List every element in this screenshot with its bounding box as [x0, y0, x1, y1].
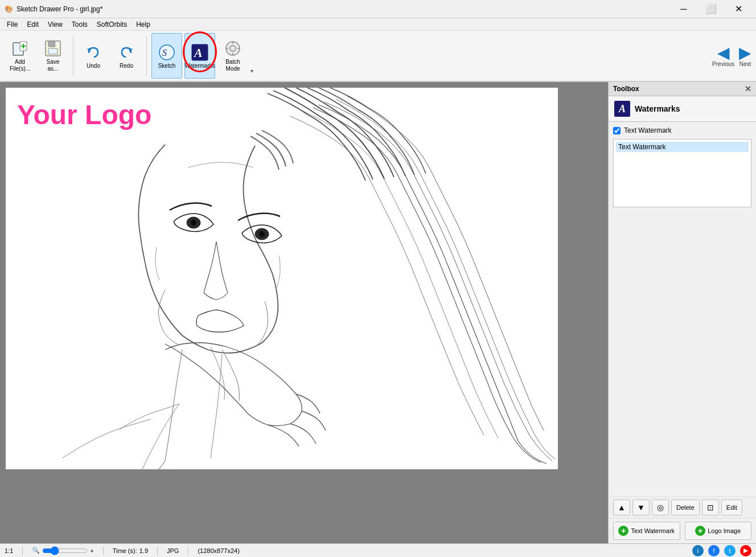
toolbox-content: Text Watermark Text Watermark [609, 122, 756, 497]
add-logo-icon: + [695, 526, 705, 536]
text-watermark-checkbox-label: Text Watermark [624, 126, 672, 134]
menu-view[interactable]: View [43, 19, 67, 30]
status-bar: 1:1 🔍 + Time (s): 1.9 JPG (1280x877x24) … [0, 543, 756, 557]
watermarks-button[interactable]: A Watermarks [184, 33, 215, 79]
menu-file[interactable]: File [2, 19, 22, 30]
add-text-watermark-button[interactable]: + Text Watermark [613, 522, 680, 540]
sketch-icon: S [158, 43, 176, 62]
zoom-out-icon[interactable]: 🔍 [32, 547, 40, 554]
app-icon: 🎨 [5, 5, 13, 13]
sketch-label: Sketch [158, 63, 176, 69]
menu-edit[interactable]: Edit [22, 19, 43, 30]
zoom-controls[interactable]: 🔍 + [32, 546, 93, 555]
svg-point-24 [259, 231, 265, 237]
dimensions-display: (1280x877x24) [198, 547, 239, 554]
svg-text:S: S [162, 48, 167, 58]
svg-rect-20 [6, 88, 558, 469]
toolbar-separator-1 [73, 36, 73, 76]
next-arrow-icon: ▶ [739, 45, 751, 61]
close-button[interactable]: ✕ [725, 0, 751, 18]
batch-mode-button[interactable]: BatchMode [217, 33, 248, 79]
svg-rect-7 [55, 42, 57, 46]
zoom-slider[interactable] [42, 546, 88, 555]
select-button[interactable]: ⊡ [702, 499, 719, 515]
time-label: Time (s): [113, 547, 137, 554]
watermarks-label: Watermarks [184, 63, 215, 69]
move-down-button[interactable]: ▼ [632, 499, 650, 515]
menu-tools[interactable]: Tools [67, 19, 92, 30]
status-sep-1 [22, 547, 23, 555]
add-files-button[interactable]: AddFile(s)... [5, 33, 35, 79]
toolbar-dropdown[interactable]: ▾ [250, 33, 253, 79]
previous-button[interactable]: ◀ Previous [712, 45, 734, 67]
sketch-button[interactable]: S Sketch [151, 33, 182, 79]
format-text: JPG [167, 547, 179, 554]
time-display: Time (s): 1.9 [113, 547, 148, 554]
facebook-button[interactable]: f [708, 545, 720, 556]
format-display: JPG [167, 547, 179, 554]
add-text-label: Text Watermark [631, 527, 675, 534]
svg-rect-5 [48, 41, 55, 47]
title-bar-left: 🎨 Sketch Drawer Pro - girl.jpg* [5, 5, 102, 13]
toolbox-section-title: Watermarks [635, 104, 680, 113]
batch-mode-icon [224, 39, 242, 58]
undo-button[interactable]: Undo [78, 33, 109, 79]
toolbar-nav: ◀ Previous ▶ Next [712, 45, 751, 67]
nav-buttons: ◀ Previous ▶ Next [712, 45, 751, 67]
undo-label: Undo [87, 63, 100, 69]
save-as-icon [44, 39, 62, 58]
add-files-label: AddFile(s)... [10, 59, 30, 72]
sketch-image [6, 88, 558, 469]
canvas-area: Your Logo [0, 82, 608, 543]
redo-label: Redo [120, 63, 133, 69]
edit-button[interactable]: Edit [721, 499, 742, 515]
previous-arrow-icon: ◀ [717, 45, 730, 61]
previous-label: Previous [712, 61, 734, 67]
batch-mode-label: BatchMode [225, 59, 240, 72]
zoom-text: 1:1 [5, 547, 13, 554]
redo-button[interactable]: Redo [111, 33, 142, 79]
move-up-button[interactable]: ▲ [613, 499, 630, 515]
menu-help[interactable]: Help [132, 19, 155, 30]
zoom-in-icon[interactable]: + [90, 547, 93, 554]
time-value: 1.9 [139, 547, 148, 554]
toolbar-separator-2 [146, 36, 147, 76]
add-logo-label: Logo Image [708, 527, 741, 534]
status-sep-3 [157, 547, 158, 555]
svg-point-22 [191, 220, 196, 226]
add-logo-image-button[interactable]: + Logo Image [685, 522, 752, 540]
zoom-level: 1:1 [5, 547, 13, 554]
info-button[interactable]: i [692, 545, 704, 556]
add-text-icon: + [618, 526, 628, 536]
menu-bar: File Edit View Tools SoftOrbits Help [0, 18, 756, 31]
toolbox-title: Toolbox [613, 85, 639, 93]
dimensions-text: (1280x877x24) [198, 547, 239, 554]
restore-button[interactable]: ⬜ [698, 0, 724, 18]
save-as-label: Saveas... [47, 59, 60, 72]
toolbox-close-button[interactable]: ✕ [745, 84, 751, 93]
toolbar: AddFile(s)... Saveas... Undo [0, 31, 756, 82]
youtube-button[interactable]: ▶ [740, 545, 751, 556]
save-as-button[interactable]: Saveas... [38, 33, 68, 79]
status-right: i f t ▶ [692, 545, 751, 556]
next-label: Next [739, 61, 751, 67]
toolbox-section-icon: A [614, 101, 630, 117]
title-bar-text: Sketch Drawer Pro - girl.jpg* [17, 5, 102, 13]
next-button[interactable]: ▶ Next [739, 45, 751, 67]
watermark-list[interactable]: Text Watermark [613, 139, 751, 207]
text-watermark-checkbox[interactable] [613, 127, 621, 134]
text-watermark-checkbox-row[interactable]: Text Watermark [613, 126, 751, 134]
add-files-icon [11, 39, 29, 58]
status-sep-4 [188, 547, 188, 555]
minimize-button[interactable]: ─ [671, 0, 697, 18]
title-bar-controls[interactable]: ─ ⬜ ✕ [671, 0, 751, 18]
toolbox-section-header: A Watermarks [609, 96, 756, 122]
title-bar: 🎨 Sketch Drawer Pro - girl.jpg* ─ ⬜ ✕ [0, 0, 756, 18]
menu-softorbits[interactable]: SoftOrbits [92, 19, 132, 30]
watermark-text: Your Logo [17, 99, 151, 130]
undo-icon [84, 43, 102, 62]
delete-button[interactable]: Delete [671, 499, 700, 515]
twitter-button[interactable]: t [724, 545, 736, 556]
list-item[interactable]: Text Watermark [616, 142, 749, 152]
visibility-button[interactable]: ◎ [652, 499, 669, 515]
